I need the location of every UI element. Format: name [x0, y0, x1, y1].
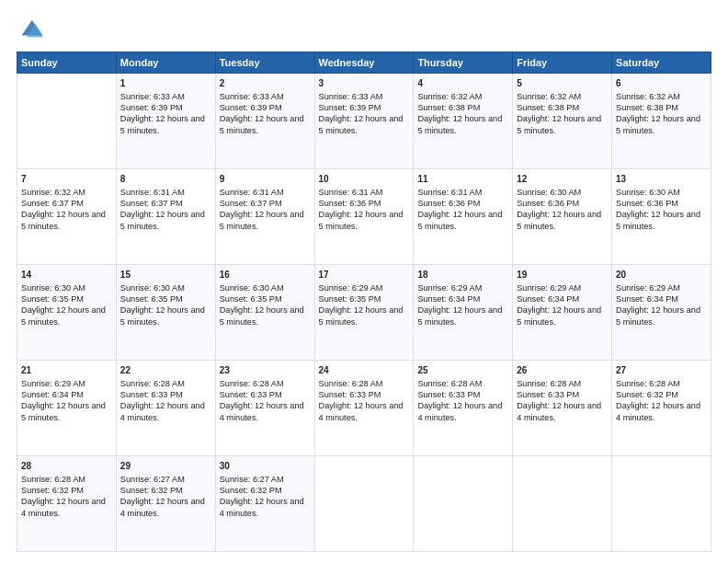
daylight-text: Daylight: 12 hours and 4 minutes.	[517, 401, 601, 421]
daylight-text: Daylight: 12 hours and 5 minutes.	[417, 114, 502, 134]
header-cell-sunday: Sunday	[17, 52, 117, 74]
week-row-4: 21Sunrise: 6:29 AMSunset: 6:34 PMDayligh…	[17, 361, 711, 456]
day-number: 21	[21, 364, 112, 377]
sunset-text: Sunset: 6:32 PM	[120, 486, 183, 495]
day-number: 6	[616, 77, 707, 90]
sunset-text: Sunset: 6:39 PM	[220, 103, 282, 112]
week-row-2: 7Sunrise: 6:32 AMSunset: 6:37 PMDaylight…	[17, 169, 711, 265]
logo	[17, 17, 46, 42]
sunset-text: Sunset: 6:35 PM	[120, 294, 183, 304]
calendar-cell: 7Sunrise: 6:32 AMSunset: 6:37 PMDaylight…	[17, 169, 117, 265]
day-number: 30	[220, 460, 311, 473]
calendar-cell: 15Sunrise: 6:30 AMSunset: 6:35 PMDayligh…	[116, 265, 215, 361]
daylight-text: Daylight: 12 hours and 5 minutes.	[21, 210, 106, 230]
sunset-text: Sunset: 6:32 PM	[616, 390, 678, 399]
day-number: 19	[517, 269, 608, 282]
daylight-text: Daylight: 12 hours and 5 minutes.	[120, 305, 205, 326]
day-number: 10	[319, 173, 410, 186]
sunset-text: Sunset: 6:35 PM	[220, 294, 282, 304]
sunrise-text: Sunrise: 6:28 AM	[517, 379, 581, 388]
daylight-text: Daylight: 12 hours and 4 minutes.	[417, 401, 502, 421]
daylight-text: Daylight: 12 hours and 4 minutes.	[220, 497, 304, 517]
day-number: 22	[120, 364, 211, 377]
daylight-text: Daylight: 12 hours and 5 minutes.	[417, 210, 502, 230]
calendar-cell: 30Sunrise: 6:27 AMSunset: 6:32 PMDayligh…	[215, 456, 314, 552]
calendar-cell: 6Sunrise: 6:32 AMSunset: 6:38 PMDaylight…	[612, 74, 711, 169]
calendar-cell: 21Sunrise: 6:29 AMSunset: 6:34 PMDayligh…	[17, 361, 117, 456]
sunset-text: Sunset: 6:33 PM	[417, 390, 480, 399]
sunset-text: Sunset: 6:39 PM	[120, 103, 183, 112]
calendar-cell: 17Sunrise: 6:29 AMSunset: 6:35 PMDayligh…	[314, 265, 414, 361]
sunset-text: Sunset: 6:39 PM	[319, 103, 381, 112]
sunrise-text: Sunrise: 6:30 AM	[120, 283, 185, 293]
calendar-cell	[513, 456, 612, 552]
sunrise-text: Sunrise: 6:29 AM	[319, 283, 383, 293]
day-number: 24	[319, 364, 410, 377]
daylight-text: Daylight: 12 hours and 4 minutes.	[120, 497, 205, 517]
calendar-cell: 20Sunrise: 6:29 AMSunset: 6:34 PMDayligh…	[612, 265, 711, 361]
sunset-text: Sunset: 6:36 PM	[517, 199, 579, 208]
calendar-header: SundayMondayTuesdayWednesdayThursdayFrid…	[17, 52, 711, 74]
calendar-cell: 8Sunrise: 6:31 AMSunset: 6:37 PMDaylight…	[116, 169, 215, 265]
header-row: SundayMondayTuesdayWednesdayThursdayFrid…	[17, 52, 711, 74]
day-number: 3	[319, 77, 410, 90]
calendar-cell: 11Sunrise: 6:31 AMSunset: 6:36 PMDayligh…	[414, 169, 513, 265]
calendar-cell	[414, 456, 513, 552]
sunset-text: Sunset: 6:34 PM	[21, 390, 84, 399]
sunset-text: Sunset: 6:33 PM	[319, 390, 381, 399]
calendar-cell: 29Sunrise: 6:27 AMSunset: 6:32 PMDayligh…	[116, 456, 215, 552]
calendar-cell: 18Sunrise: 6:29 AMSunset: 6:34 PMDayligh…	[414, 265, 513, 361]
sunrise-text: Sunrise: 6:30 AM	[21, 283, 85, 293]
sunset-text: Sunset: 6:38 PM	[517, 103, 579, 112]
day-number: 13	[616, 173, 707, 186]
calendar-cell: 3Sunrise: 6:33 AMSunset: 6:39 PMDaylight…	[314, 74, 414, 169]
day-number: 27	[616, 364, 707, 377]
sunset-text: Sunset: 6:35 PM	[319, 294, 381, 304]
daylight-text: Daylight: 12 hours and 5 minutes.	[120, 210, 205, 230]
daylight-text: Daylight: 12 hours and 5 minutes.	[220, 210, 304, 230]
sunset-text: Sunset: 6:34 PM	[616, 294, 678, 304]
calendar-cell: 27Sunrise: 6:28 AMSunset: 6:32 PMDayligh…	[612, 361, 711, 456]
calendar-cell: 24Sunrise: 6:28 AMSunset: 6:33 PMDayligh…	[314, 361, 414, 456]
header-cell-tuesday: Tuesday	[215, 52, 314, 74]
day-number: 5	[517, 77, 608, 90]
day-number: 18	[417, 269, 508, 282]
sunrise-text: Sunrise: 6:31 AM	[220, 188, 284, 197]
calendar-cell: 25Sunrise: 6:28 AMSunset: 6:33 PMDayligh…	[414, 361, 513, 456]
daylight-text: Daylight: 12 hours and 5 minutes.	[220, 114, 304, 134]
sunrise-text: Sunrise: 6:33 AM	[319, 92, 383, 101]
sunrise-text: Sunrise: 6:29 AM	[21, 379, 85, 388]
sunrise-text: Sunrise: 6:32 AM	[21, 188, 85, 197]
sunrise-text: Sunrise: 6:33 AM	[220, 92, 284, 101]
sunset-text: Sunset: 6:37 PM	[120, 199, 183, 208]
week-row-1: 1Sunrise: 6:33 AMSunset: 6:39 PMDaylight…	[17, 74, 711, 169]
day-number: 4	[417, 77, 508, 90]
day-number: 28	[21, 460, 112, 473]
day-number: 7	[21, 173, 112, 186]
sunset-text: Sunset: 6:36 PM	[417, 199, 480, 208]
day-number: 17	[319, 269, 410, 282]
header-cell-saturday: Saturday	[612, 52, 711, 74]
sunset-text: Sunset: 6:34 PM	[517, 294, 579, 304]
header	[17, 17, 711, 42]
sunset-text: Sunset: 6:32 PM	[21, 486, 84, 495]
sunrise-text: Sunrise: 6:27 AM	[120, 475, 185, 484]
day-number: 2	[220, 77, 311, 90]
daylight-text: Daylight: 12 hours and 5 minutes.	[319, 210, 404, 230]
calendar-cell	[314, 456, 414, 552]
calendar-cell: 2Sunrise: 6:33 AMSunset: 6:39 PMDaylight…	[215, 74, 314, 169]
page: SundayMondayTuesdayWednesdayThursdayFrid…	[0, 0, 728, 563]
header-cell-wednesday: Wednesday	[314, 52, 414, 74]
sunrise-text: Sunrise: 6:28 AM	[220, 379, 284, 388]
day-number: 29	[120, 460, 211, 473]
calendar-cell: 10Sunrise: 6:31 AMSunset: 6:36 PMDayligh…	[314, 169, 414, 265]
daylight-text: Daylight: 12 hours and 4 minutes.	[120, 401, 205, 421]
calendar-cell: 4Sunrise: 6:32 AMSunset: 6:38 PMDaylight…	[414, 74, 513, 169]
calendar-body: 1Sunrise: 6:33 AMSunset: 6:39 PMDaylight…	[17, 74, 711, 552]
daylight-text: Daylight: 12 hours and 5 minutes.	[616, 210, 700, 230]
sunset-text: Sunset: 6:38 PM	[417, 103, 480, 112]
daylight-text: Daylight: 12 hours and 4 minutes.	[616, 401, 700, 421]
calendar-cell: 9Sunrise: 6:31 AMSunset: 6:37 PMDaylight…	[215, 169, 314, 265]
sunset-text: Sunset: 6:35 PM	[21, 294, 84, 304]
day-number: 15	[120, 269, 211, 282]
